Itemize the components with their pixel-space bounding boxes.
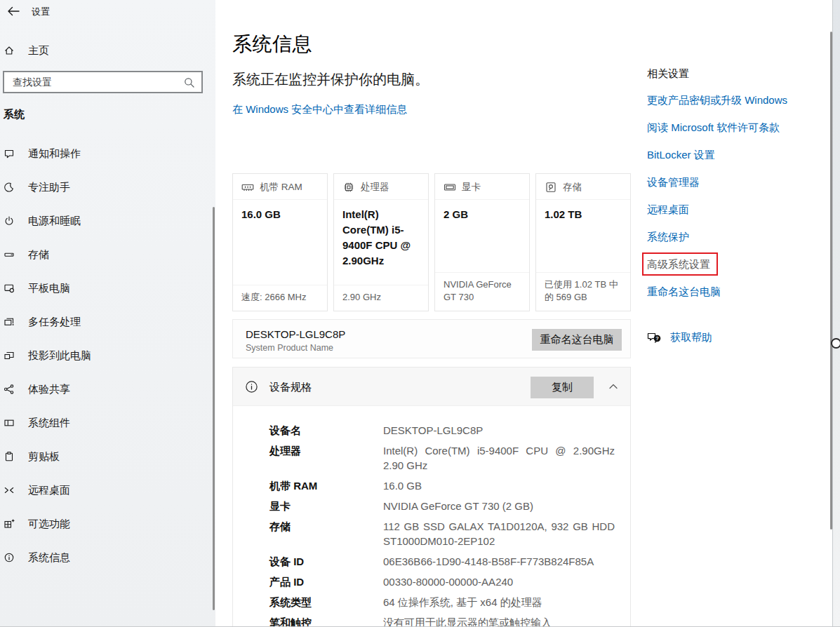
get-help-link[interactable]: ? 获取帮助 xyxy=(647,331,798,344)
rename-pc-button[interactable]: 重命名这台电脑 xyxy=(532,329,622,351)
chevron-up-icon[interactable] xyxy=(608,382,619,391)
card-footer: 速度: 2666 MHz xyxy=(233,285,327,311)
device-name: DESKTOP-LGL9C8P xyxy=(246,328,345,340)
table-row: 处理器 Intel(R) Core(TM) i5-9400F CPU @ 2.9… xyxy=(269,443,615,473)
titlebar: 设置 xyxy=(0,0,215,22)
sidebar-item-about[interactable]: 系统信息 xyxy=(0,541,213,574)
gpu-icon xyxy=(444,182,456,193)
table-row: 设备 ID 06E36B66-1D90-4148-B58F-F773B824F8… xyxy=(269,554,615,569)
card-ram: 机带 RAM 16.0 GB 速度: 2666 MHz xyxy=(232,173,328,311)
card-footer: 2.90 GHz xyxy=(334,285,428,311)
link-system-protection[interactable]: 系统保护 xyxy=(647,229,798,244)
search-icon[interactable] xyxy=(183,76,196,89)
sidebar-item-power-sleep[interactable]: 电源和睡眠 xyxy=(0,204,213,238)
device-specs-title: 设备规格 xyxy=(269,381,312,394)
windows-security-link[interactable]: 在 Windows 安全中心中查看详细信息 xyxy=(232,103,407,116)
sidebar-item-tablet[interactable]: 平板电脑 xyxy=(0,271,213,305)
help-bubbles-icon: ? xyxy=(647,332,662,344)
card-storage: 存储 1.02 TB 已使用 1.02 TB 中的 569 GB xyxy=(535,173,631,311)
sidebar-item-projecting[interactable]: 投影到此电脑 xyxy=(0,339,213,372)
device-product-name: System Product Name xyxy=(246,343,333,353)
sidebar-item-multitasking[interactable]: 多任务处理 xyxy=(0,305,213,339)
sidebar-item-clipboard[interactable]: 剪贴板 xyxy=(0,440,213,473)
card-value: 1.02 TB xyxy=(536,200,630,272)
ram-icon xyxy=(241,182,254,193)
annotation-red-box[interactable]: 高级系统设置 xyxy=(642,252,718,276)
back-button[interactable] xyxy=(6,4,21,18)
device-specs-header: 设备规格 复制 xyxy=(233,368,630,406)
device-specs-card: 设备规格 复制 设备名 DESKTOP-LGL9C8P 处理器 Intel(R)… xyxy=(232,367,631,627)
back-arrow-icon xyxy=(6,4,21,18)
card-caption: 处理器 xyxy=(361,181,389,194)
link-change-product-key[interactable]: 更改产品密钥或升级 Windows xyxy=(647,93,798,107)
sidebar-item-shared-experiences[interactable]: 体验共享 xyxy=(0,372,213,406)
sidebar-item-storage[interactable]: 存储 xyxy=(0,238,213,271)
settings-window: 设置 主页 系统 通知和操作 专注助手 xyxy=(0,0,840,627)
comment-icon xyxy=(4,148,15,159)
link-advanced-system-settings[interactable]: 高级系统设置 xyxy=(647,257,798,271)
edge-circle-widget xyxy=(831,338,840,349)
link-remote-desktop[interactable]: 远程桌面 xyxy=(647,202,798,217)
moon-icon xyxy=(4,182,15,193)
sidebar-section-system: 系统 xyxy=(4,108,25,121)
sidebar-item-notifications[interactable]: 通知和操作 xyxy=(0,137,213,170)
table-row: 机带 RAM 16.0 GB xyxy=(269,478,615,493)
project-icon xyxy=(4,350,15,361)
tablet-icon xyxy=(4,283,15,294)
card-footer: 已使用 1.02 TB 中的 569 GB xyxy=(536,272,630,311)
card-processor: 处理器 Intel(R) Core(TM) i5-9400F CPU @ 2.9… xyxy=(333,173,429,311)
sidebar-item-optional-features[interactable]: 可选功能 xyxy=(0,507,213,541)
search-box xyxy=(3,71,203,93)
sidebar-item-home[interactable]: 主页 xyxy=(0,39,215,62)
power-icon xyxy=(4,215,15,227)
app-title: 设置 xyxy=(32,6,50,18)
table-row: 显卡 NVIDIA GeForce GT 730 (2 GB) xyxy=(269,499,615,513)
page-subtitle: 系统正在监控并保护你的电脑。 xyxy=(232,70,429,89)
table-row: 产品 ID 00330-80000-00000-AA240 xyxy=(269,574,615,589)
link-device-manager[interactable]: 设备管理器 xyxy=(647,175,798,189)
sidebar-item-focus-assist[interactable]: 专注助手 xyxy=(0,170,213,204)
cpu-icon xyxy=(342,182,355,193)
multitask-icon xyxy=(4,316,15,328)
sidebar: 设置 主页 系统 通知和操作 专注助手 xyxy=(0,0,215,627)
components-icon xyxy=(4,417,15,429)
card-caption: 存储 xyxy=(563,181,582,194)
info-circle-icon xyxy=(245,380,258,393)
table-row: 设备名 DESKTOP-LGL9C8P xyxy=(269,423,615,438)
table-row: 系统类型 64 位操作系统, 基于 x64 的处理器 xyxy=(269,595,615,609)
related-settings-panel: 相关设置 更改产品密钥或升级 Windows 阅读 Microsoft 软件许可… xyxy=(647,67,798,344)
remote-icon xyxy=(4,485,15,496)
card-value: Intel(R) Core(TM) i5-9400F CPU @ 2.90GHz xyxy=(334,200,428,285)
get-help-label: 获取帮助 xyxy=(670,331,712,344)
drive-icon xyxy=(4,249,15,260)
table-row: 存储 112 GB SSD GALAX TA1D0120A, 932 GB HD… xyxy=(269,519,615,548)
card-value: 16.0 GB xyxy=(233,200,327,285)
card-graphics: 显卡 2 GB NVIDIA GeForce GT 730 xyxy=(434,173,530,311)
link-bitlocker-settings[interactable]: BitLocker 设置 xyxy=(647,147,798,162)
search-input[interactable] xyxy=(4,72,201,92)
svg-text:?: ? xyxy=(655,335,659,342)
link-license-terms[interactable]: 阅读 Microsoft 软件许可条款 xyxy=(647,120,798,135)
disk-icon xyxy=(545,182,557,193)
sidebar-item-remote-desktop[interactable]: 远程桌面 xyxy=(0,473,213,507)
share-icon xyxy=(4,384,15,395)
card-footer: NVIDIA GeForce GT 730 xyxy=(435,272,529,311)
spec-cards: 机带 RAM 16.0 GB 速度: 2666 MHz 处理器 Intel(R)… xyxy=(232,173,631,311)
table-row: 笔和触控 没有可用于此显示器的笔或触控输入 xyxy=(269,615,615,627)
sidebar-scrollbar[interactable] xyxy=(213,207,215,610)
sidebar-item-label: 主页 xyxy=(28,44,49,58)
card-value: 2 GB xyxy=(435,200,529,272)
sidebar-item-system-components[interactable]: 系统组件 xyxy=(0,406,213,440)
page-title: 系统信息 xyxy=(232,31,312,58)
optional-icon xyxy=(4,518,15,530)
clipboard-icon xyxy=(4,451,15,462)
card-caption: 机带 RAM xyxy=(260,181,302,194)
related-settings-title: 相关设置 xyxy=(647,67,798,81)
info-icon xyxy=(4,552,15,563)
link-rename-pc[interactable]: 重命名这台电脑 xyxy=(647,284,798,299)
home-icon xyxy=(4,45,15,56)
device-name-bar: DESKTOP-LGL9C8P System Product Name 重命名这… xyxy=(232,319,631,358)
copy-button[interactable]: 复制 xyxy=(531,377,594,398)
card-caption: 显卡 xyxy=(462,181,481,194)
window-edge-strip xyxy=(832,0,840,627)
